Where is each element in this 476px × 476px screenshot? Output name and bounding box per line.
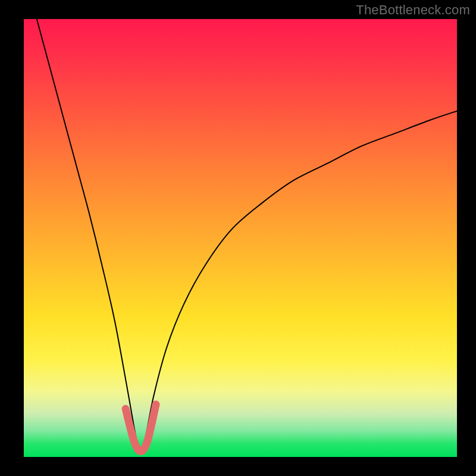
gradient-plot-area <box>24 19 457 457</box>
bottleneck-curve <box>37 19 457 453</box>
watermark-text: TheBottleneck.com <box>356 2 470 18</box>
curve-layer <box>24 19 457 457</box>
optimal-region-highlight <box>126 405 156 452</box>
chart-frame: TheBottleneck.com <box>0 0 476 476</box>
